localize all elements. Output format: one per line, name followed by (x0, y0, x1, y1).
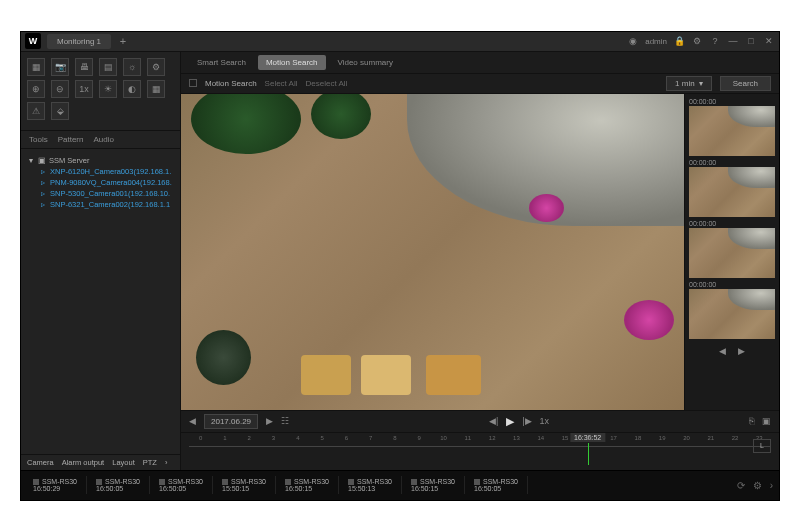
strip-item[interactable]: SSM-RS3016:50:05 (153, 476, 213, 494)
subtab-audio[interactable]: Audio (93, 135, 113, 144)
tool-camera-icon[interactable]: 📷 (51, 58, 69, 76)
timeline-playhead[interactable] (588, 443, 589, 465)
tree-item-label: SNP-6321_Camera002(192.168.1.1 (50, 200, 170, 209)
strip-time: 15:50:15 (222, 485, 269, 492)
settings-icon[interactable]: ⚙ (691, 35, 703, 47)
tree-item[interactable]: ▹SNP-5300_Camera001(192.168.10. (27, 188, 174, 199)
strip-item[interactable]: SSM-RS3016:50:05 (90, 476, 150, 494)
add-tab-button[interactable]: + (115, 33, 131, 49)
strip-item[interactable]: SSM-RS3016:50:15 (405, 476, 465, 494)
tool-brightness-icon[interactable]: ☀ (99, 80, 117, 98)
tool-zoom-in-icon[interactable]: ⊕ (27, 80, 45, 98)
tool-layers-icon[interactable]: ▦ (27, 58, 45, 76)
search-checkbox[interactable] (189, 79, 197, 87)
bottom-tab-alarm[interactable]: Alarm output (62, 458, 105, 467)
tool-light-icon[interactable]: ☼ (123, 58, 141, 76)
scene-foliage (311, 94, 371, 139)
skip-fwd-icon[interactable]: |▶ (522, 416, 531, 426)
subtab-pattern[interactable]: Pattern (58, 135, 84, 144)
tool-config-icon[interactable]: ⚙ (147, 58, 165, 76)
tool-alert-icon[interactable]: ⚠ (27, 102, 45, 120)
search-bar: Motion Search Select All Deselect All 1 … (181, 74, 779, 94)
timeline-tick: 1 (223, 435, 226, 441)
close-icon[interactable]: ✕ (763, 35, 775, 47)
tree-item[interactable]: ▹XNP-6120H_Camera003(192.168.1. (27, 166, 174, 177)
thumbnail-item[interactable]: 00:00:00 (689, 220, 775, 278)
left-panel: ▦ 📷 🖶 ▤ ☼ ⚙ ⊕ ⊖ 1x ☀ ◐ ▦ ⚠ ⬙ (21, 52, 181, 470)
thumb-time: 00:00:00 (689, 159, 775, 166)
tool-grid-icon[interactable]: ▤ (99, 58, 117, 76)
strip-item[interactable]: SSM-RS3016:50:15 (279, 476, 339, 494)
timeline-tick: 11 (465, 435, 472, 441)
center-panel: Smart Search Motion Search Video summary… (181, 52, 779, 470)
calendar-icon[interactable]: ☷ (281, 416, 289, 426)
strip-chevron-icon[interactable]: › (770, 480, 773, 491)
scene-furniture (426, 355, 481, 395)
workspace-tab[interactable]: Monitoring 1 (47, 34, 111, 49)
speed-label[interactable]: 1x (540, 416, 550, 426)
strip-indicator (348, 479, 354, 485)
maximize-icon[interactable]: □ (745, 35, 757, 47)
strip-time: 16:50:05 (159, 485, 206, 492)
interval-select[interactable]: 1 min▾ (666, 76, 712, 91)
thumb-image (689, 289, 775, 339)
thumb-next-icon[interactable]: ▶ (738, 346, 745, 356)
deselect-all[interactable]: Deselect All (306, 79, 348, 88)
tool-print-icon[interactable]: 🖶 (75, 58, 93, 76)
tab-smart-search[interactable]: Smart Search (189, 55, 254, 70)
main-video-view[interactable] (181, 94, 684, 410)
strip-item[interactable]: SSM-RS3016:50:29 (27, 476, 87, 494)
minimize-icon[interactable]: — (727, 35, 739, 47)
scene-furniture (301, 355, 351, 395)
timeline-tick: 22 (732, 435, 739, 441)
skip-back-icon[interactable]: ◀| (489, 416, 498, 426)
timeline[interactable]: 16:36:52 0123456789101112131415161718192… (181, 432, 779, 470)
strip-item[interactable]: SSM-RS3016:50:05 (468, 476, 528, 494)
search-button[interactable]: Search (720, 76, 771, 91)
tool-contrast-icon[interactable]: ◐ (123, 80, 141, 98)
date-prev-icon[interactable]: ◀ (189, 416, 196, 426)
thumbnail-item[interactable]: 00:00:00 (689, 281, 775, 339)
tool-tiles-icon[interactable]: ▦ (147, 80, 165, 98)
tool-1x-icon[interactable]: 1x (75, 80, 93, 98)
strip-name: SSM-RS30 (294, 478, 329, 485)
bottom-tab-layout[interactable]: Layout (112, 458, 135, 467)
frame-icon[interactable]: ▣ (762, 416, 771, 426)
date-next-icon[interactable]: ▶ (266, 416, 273, 426)
thumbnail-item[interactable]: 00:00:00 (689, 159, 775, 217)
tree-item[interactable]: ▹SNP-6321_Camera002(192.168.1.1 (27, 199, 174, 210)
tree-item[interactable]: ▹PNM-9080VQ_Camera004(192.168. (27, 177, 174, 188)
date-display[interactable]: 2017.06.29 (204, 414, 258, 429)
thumb-image (689, 167, 775, 217)
tree-root-label: SSM Server (49, 156, 89, 165)
thumb-time: 00:00:00 (689, 220, 775, 227)
strip-settings-icon[interactable]: ⚙ (753, 480, 762, 491)
user-icon: ◉ (627, 35, 639, 47)
help-icon[interactable]: ? (709, 35, 721, 47)
bottom-tab-ptz[interactable]: PTZ (143, 458, 157, 467)
tab-motion-search[interactable]: Motion Search (258, 55, 326, 70)
select-all[interactable]: Select All (265, 79, 298, 88)
timeline-tick: 3 (272, 435, 275, 441)
tool-beacon-icon[interactable]: ⬙ (51, 102, 69, 120)
thumbnail-item[interactable]: 00:00:00 (689, 98, 775, 156)
thumb-prev-icon[interactable]: ◀ (719, 346, 726, 356)
chevron-right-icon[interactable]: › (165, 458, 168, 467)
chevron-down-icon: ▾ (699, 79, 703, 88)
thumb-image (689, 228, 775, 278)
timeline-ruler: 01234567891011121314151617181920212223 (189, 435, 771, 447)
strip-item[interactable]: SSM-RS3015:50:15 (216, 476, 276, 494)
lock-icon[interactable]: 🔒 (673, 35, 685, 47)
bottom-tab-camera[interactable]: Camera (27, 458, 54, 467)
play-icon[interactable]: ▶ (506, 415, 514, 428)
tree-root[interactable]: ▾ ▣ SSM Server (27, 155, 174, 166)
export-icon[interactable]: ⎘ (749, 416, 754, 426)
subtab-tools[interactable]: Tools (29, 135, 48, 144)
tool-zoom-out-icon[interactable]: ⊖ (51, 80, 69, 98)
timeline-mode-button[interactable]: L (753, 439, 771, 453)
strip-item[interactable]: SSM-RS3015:50:13 (342, 476, 402, 494)
tab-video-summary[interactable]: Video summary (330, 55, 401, 70)
server-icon: ▣ (38, 156, 46, 165)
strip-time: 15:50:13 (348, 485, 395, 492)
strip-refresh-icon[interactable]: ⟳ (737, 480, 745, 491)
